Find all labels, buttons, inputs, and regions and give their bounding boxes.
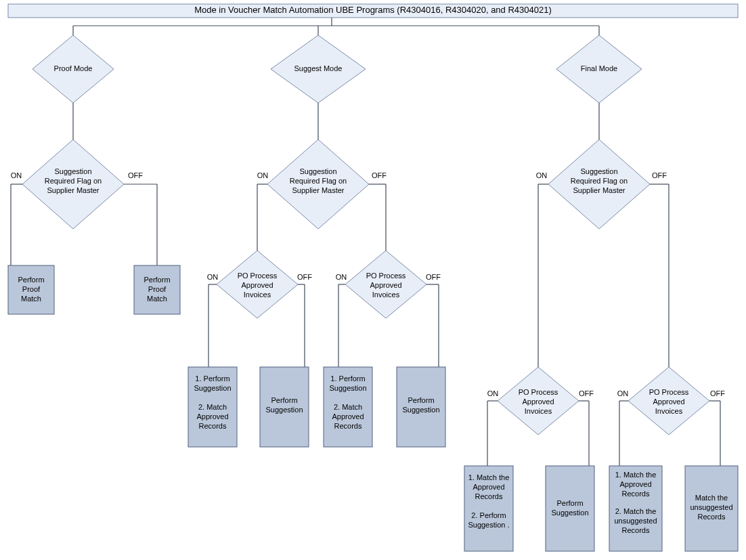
svg-text:Records: Records (475, 492, 503, 500)
svg-text:Approved: Approved (196, 412, 228, 421)
svg-text:unsuggested: unsuggested (690, 503, 733, 511)
svg-text:2. Perform: 2. Perform (471, 511, 506, 519)
suggest-on-po-diamond: PO Process Approved Invoices (217, 251, 298, 318)
suggest-mode-diamond: Suggest Mode (271, 35, 366, 103)
svg-text:ON: ON (487, 389, 499, 397)
svg-text:2. Match: 2. Match (334, 403, 362, 411)
svg-text:Records: Records (199, 422, 227, 430)
proof-mode-diamond: Proof Mode (32, 35, 114, 103)
svg-text:Suggestion: Suggestion (580, 167, 617, 175)
flowchart-canvas: Mode in Voucher Match Automation UBE Pro… (0, 0, 746, 560)
svg-text:Invoices: Invoices (525, 407, 552, 415)
svg-text:Records: Records (334, 422, 362, 430)
svg-text:OFF: OFF (579, 389, 594, 397)
final-suggestion-flag-diamond: Suggestion Required Flag on Supplier Mas… (548, 139, 650, 229)
svg-text:PO Process: PO Process (649, 388, 689, 396)
final-on-po-diamond: PO Process Approved Invoices (498, 367, 579, 435)
svg-text:Approved: Approved (522, 397, 554, 406)
svg-text:Perform: Perform (556, 499, 583, 507)
svg-text:ON: ON (207, 273, 219, 281)
svg-text:PO Process: PO Process (238, 272, 278, 280)
svg-text:Approved: Approved (653, 397, 684, 406)
svg-text:Invoices: Invoices (655, 407, 683, 415)
svg-text:Invoices: Invoices (372, 290, 400, 299)
svg-text:Records: Records (622, 526, 650, 534)
final-off-po-diamond: PO Process Approved Invoices (628, 367, 709, 435)
suggest-suggestion-flag-diamond: Suggestion Required Flag on Supplier Mas… (267, 139, 369, 229)
suggest-on-label: ON (257, 171, 269, 179)
proof-off-label: OFF (128, 171, 143, 179)
svg-text:2. Match the: 2. Match the (615, 507, 657, 515)
proof-suggestion-flag-diamond: Suggestion Required Flag on Supplier Mas… (22, 139, 124, 229)
svg-text:1. Match the: 1. Match the (468, 473, 510, 481)
svg-text:PO Process: PO Process (366, 272, 406, 280)
final-mode-diamond: Final Mode (556, 35, 642, 103)
svg-text:Approved: Approved (619, 480, 651, 488)
svg-text:1. Perform: 1. Perform (195, 374, 229, 383)
svg-text:2. Match: 2. Match (198, 403, 227, 411)
svg-text:Records: Records (622, 490, 650, 498)
svg-text:OFF: OFF (426, 273, 441, 281)
svg-text:Suggestion: Suggestion (551, 509, 588, 517)
svg-text:Required Flag on: Required Flag on (571, 177, 628, 185)
svg-text:Supplier Master: Supplier Master (292, 186, 344, 194)
proof-on-label: ON (11, 171, 22, 179)
svg-text:ON: ON (617, 389, 629, 397)
svg-text:Match: Match (147, 295, 167, 303)
svg-text:ON: ON (336, 273, 347, 281)
svg-text:OFF: OFF (710, 389, 725, 397)
svg-text:Suggestion: Suggestion (299, 167, 336, 175)
svg-text:Final Mode: Final Mode (581, 64, 617, 72)
svg-text:Suggestion: Suggestion (194, 384, 231, 392)
svg-text:Suggestion: Suggestion (329, 384, 366, 392)
svg-text:Required Flag on: Required Flag on (290, 177, 347, 185)
svg-text:unsuggested: unsuggested (615, 517, 657, 525)
svg-text:Perform: Perform (271, 396, 297, 404)
final-off-label: OFF (652, 171, 667, 179)
svg-text:PO Process: PO Process (519, 388, 558, 396)
svg-text:Records: Records (698, 513, 726, 521)
svg-text:Proof: Proof (148, 285, 167, 293)
svg-text:Supplier Master: Supplier Master (573, 186, 625, 194)
svg-text:Match: Match (21, 295, 41, 303)
svg-text:Approved: Approved (241, 281, 273, 289)
svg-text:Invoices: Invoices (244, 290, 271, 299)
svg-text:Approved: Approved (370, 281, 401, 289)
svg-text:Suggestion: Suggestion (54, 167, 91, 175)
svg-text:Proof: Proof (22, 285, 41, 293)
svg-text:Suggestion: Suggestion (402, 406, 439, 414)
svg-text:OFF: OFF (297, 273, 312, 281)
svg-text:Match the: Match the (695, 494, 728, 502)
svg-text:Suggestion: Suggestion (265, 406, 303, 414)
final-on-label: ON (536, 171, 548, 179)
svg-text:Approved: Approved (332, 412, 364, 421)
svg-text:Suggestion .: Suggestion . (468, 521, 509, 529)
svg-text:Proof Mode: Proof Mode (54, 64, 93, 72)
suggest-off-po-diamond: PO Process Approved Invoices (345, 251, 426, 318)
svg-text:Perform: Perform (144, 276, 170, 284)
svg-text:1. Perform: 1. Perform (330, 374, 365, 383)
suggest-off-label: OFF (372, 171, 387, 179)
svg-text:Required Flag on: Required Flag on (45, 177, 102, 185)
svg-text:Perform: Perform (408, 396, 434, 404)
svg-text:Supplier Master: Supplier Master (47, 186, 99, 194)
svg-text:Approved: Approved (473, 483, 504, 491)
title-text: Mode in Voucher Match Automation UBE Pro… (194, 5, 552, 15)
svg-text:Perform: Perform (18, 276, 44, 284)
svg-text:Suggest Mode: Suggest Mode (294, 64, 343, 72)
svg-text:1. Match the: 1. Match the (615, 471, 657, 479)
